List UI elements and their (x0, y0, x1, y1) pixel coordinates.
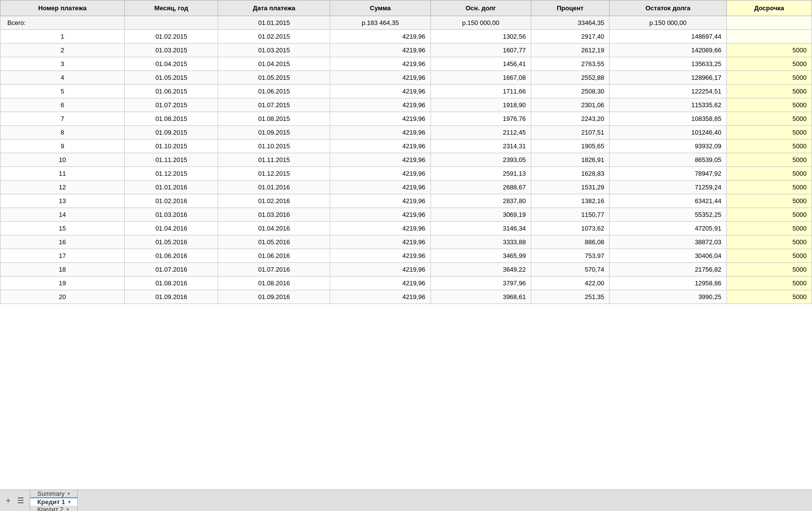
cell-date: 01.02.2015 (218, 30, 330, 44)
cell-month: 01.10.2015 (125, 139, 218, 153)
cell-early[interactable] (726, 30, 812, 44)
cell-percent: 2552,88 (531, 71, 609, 85)
table-row[interactable]: 5 01.06.2015 01.06.2015 4219,96 1711,66 … (0, 85, 812, 98)
cell-early[interactable]: 5000 (726, 249, 812, 263)
cell-early[interactable]: 5000 (726, 181, 812, 194)
tab-summary[interactable]: Summary▾ (30, 490, 78, 497)
cell-early[interactable]: 5000 (726, 194, 812, 208)
cell-main-debt: 2112,45 (430, 126, 531, 139)
cell-percent: 1150,77 (531, 208, 609, 222)
total-sum: р.183 464,35 (330, 16, 430, 30)
tab-dropdown-arrow[interactable]: ▾ (67, 507, 69, 511)
cell-early[interactable]: 5000 (726, 235, 812, 249)
table-row[interactable]: 6 01.07.2015 01.07.2015 4219,96 1918,90 … (0, 98, 812, 112)
cell-rest: 30406,04 (609, 249, 726, 263)
table-row[interactable]: 4 01.05.2015 01.05.2015 4219,96 1667,08 … (0, 71, 812, 85)
cell-early[interactable]: 5000 (726, 153, 812, 167)
cell-sum: 4219,96 (330, 167, 430, 181)
table-row[interactable]: 15 01.04.2016 01.04.2016 4219,96 3146,34… (0, 222, 812, 235)
cell-num: 8 (0, 126, 125, 139)
cell-num: 20 (0, 290, 125, 304)
cell-main-debt: 1918,90 (430, 98, 531, 112)
total-rest: р.150 000,00 (609, 16, 726, 30)
col-header-rest: Остаток долга (609, 0, 726, 16)
tab-кредит-1[interactable]: Кредит 1▾ (30, 497, 78, 506)
cell-month: 01.05.2016 (125, 235, 218, 249)
cell-rest: 71259,24 (609, 181, 726, 194)
tab-dropdown-arrow[interactable]: ▾ (68, 491, 70, 496)
table-row[interactable]: 10 01.11.2015 01.11.2015 4219,96 2393,05… (0, 153, 812, 167)
cell-percent: 1073,62 (531, 222, 609, 235)
cell-early[interactable]: 5000 (726, 222, 812, 235)
cell-early[interactable]: 5000 (726, 126, 812, 139)
cell-month: 01.08.2015 (125, 112, 218, 126)
table-row[interactable]: 2 01.03.2015 01.03.2015 4219,96 1607,77 … (0, 44, 812, 57)
spreadsheet-container[interactable]: Номер платежа Месяц, год Дата платежа Су… (0, 0, 812, 489)
table-row[interactable]: 1 01.02.2015 01.02.2015 4219,96 1302,56 … (0, 30, 812, 44)
table-row[interactable]: 12 01.01.2016 01.01.2016 4219,96 2688,67… (0, 181, 812, 194)
cell-percent: 1531,29 (531, 181, 609, 194)
table-row[interactable]: 17 01.06.2016 01.06.2016 4219,96 3465,99… (0, 249, 812, 263)
table-row[interactable]: 9 01.10.2015 01.10.2015 4219,96 2314,31 … (0, 139, 812, 153)
cell-early[interactable]: 5000 (726, 98, 812, 112)
cell-date: 01.06.2015 (218, 85, 330, 98)
cell-rest: 135633,25 (609, 57, 726, 71)
cell-early[interactable]: 5000 (726, 263, 812, 277)
add-sheet-button[interactable]: + (4, 495, 12, 506)
table-row[interactable]: 8 01.09.2015 01.09.2015 4219,96 2112,45 … (0, 126, 812, 139)
cell-rest: 78947,92 (609, 167, 726, 181)
cell-month: 01.02.2015 (125, 30, 218, 44)
cell-percent: 2107,51 (531, 126, 609, 139)
cell-num: 1 (0, 30, 125, 44)
cell-early[interactable]: 5000 (726, 167, 812, 181)
cell-num: 2 (0, 44, 125, 57)
cell-date: 01.08.2015 (218, 112, 330, 126)
cell-early[interactable]: 5000 (726, 71, 812, 85)
cell-main-debt: 1667,08 (430, 71, 531, 85)
cell-percent: 2763,55 (531, 57, 609, 71)
cell-early[interactable]: 5000 (726, 139, 812, 153)
cell-num: 9 (0, 139, 125, 153)
cell-sum: 4219,96 (330, 71, 430, 85)
table-row[interactable]: 19 01.08.2016 01.08.2016 4219,96 3797,96… (0, 277, 812, 290)
sheet-menu-button[interactable]: ☰ (15, 495, 26, 506)
cell-num: 19 (0, 277, 125, 290)
cell-early[interactable]: 5000 (726, 208, 812, 222)
cell-early[interactable]: 5000 (726, 44, 812, 57)
cell-sum: 4219,96 (330, 112, 430, 126)
cell-early[interactable]: 5000 (726, 112, 812, 126)
cell-month: 01.07.2015 (125, 98, 218, 112)
cell-early[interactable]: 5000 (726, 290, 812, 304)
cell-early[interactable]: 5000 (726, 277, 812, 290)
cell-sum: 4219,96 (330, 44, 430, 57)
table-row[interactable]: 11 01.12.2015 01.12.2015 4219,96 2591,13… (0, 167, 812, 181)
cell-month: 01.07.2016 (125, 263, 218, 277)
table-row[interactable]: 3 01.04.2015 01.04.2015 4219,96 1456,41 … (0, 57, 812, 71)
cell-main-debt: 2314,31 (430, 139, 531, 153)
cell-month: 01.09.2015 (125, 126, 218, 139)
cell-main-debt: 3968,61 (430, 290, 531, 304)
table-row[interactable]: 16 01.05.2016 01.05.2016 4219,96 3333,88… (0, 235, 812, 249)
table-row[interactable]: 7 01.08.2015 01.08.2015 4219,96 1976,76 … (0, 112, 812, 126)
cell-sum: 4219,96 (330, 277, 430, 290)
cell-rest: 115335,62 (609, 98, 726, 112)
cell-rest: 12958,86 (609, 277, 726, 290)
cell-sum: 4219,96 (330, 98, 430, 112)
cell-date: 01.07.2015 (218, 98, 330, 112)
cell-date: 01.09.2015 (218, 126, 330, 139)
table-row[interactable]: 18 01.07.2016 01.07.2016 4219,96 3649,22… (0, 263, 812, 277)
cell-date: 01.05.2016 (218, 235, 330, 249)
cell-num: 15 (0, 222, 125, 235)
cell-num: 7 (0, 112, 125, 126)
tab-dropdown-arrow[interactable]: ▾ (68, 499, 70, 505)
cell-rest: 142089,66 (609, 44, 726, 57)
total-row: Всего: 01.01.2015 р.183 464,35 р.150 000… (0, 16, 812, 30)
tab-кредит-2[interactable]: Кредит 2▾ (30, 506, 78, 511)
cell-early[interactable]: 5000 (726, 57, 812, 71)
payment-table: Номер платежа Месяц, год Дата платежа Су… (0, 0, 812, 304)
table-row[interactable]: 20 01.09.2016 01.09.2016 4219,96 3968,61… (0, 290, 812, 304)
table-row[interactable]: 14 01.03.2016 01.03.2016 4219,96 3069,19… (0, 208, 812, 222)
cell-rest: 122254,51 (609, 85, 726, 98)
table-row[interactable]: 13 01.02.2016 01.02.2016 4219,96 2837,80… (0, 194, 812, 208)
cell-early[interactable]: 5000 (726, 85, 812, 98)
